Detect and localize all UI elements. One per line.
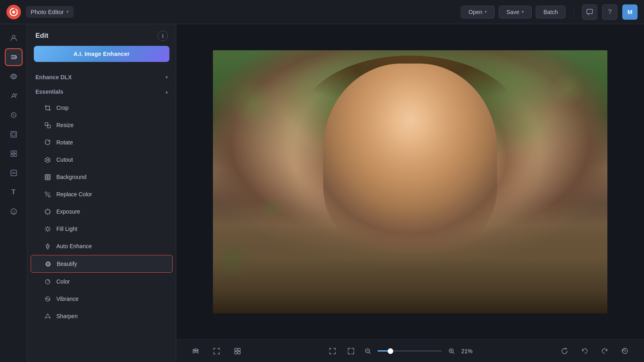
topbar: Photo Editor ▾ Open ▾ Save ▾ Batch ? M: [0, 0, 644, 24]
tool-item-sharpen[interactable]: Sharpen: [31, 308, 173, 325]
fit-button[interactable]: [344, 344, 358, 358]
canvas-tools-left: [188, 344, 245, 358]
svg-line-48: [45, 227, 46, 227]
save-button[interactable]: Save ▾: [499, 6, 532, 19]
sidebar-item-overlays[interactable]: [5, 164, 23, 182]
svg-rect-28: [46, 175, 47, 177]
info-button[interactable]: ℹ: [157, 31, 168, 41]
text-icon: T: [11, 188, 15, 196]
sidebar-item-effects[interactable]: [5, 87, 23, 105]
batch-button[interactable]: Batch: [536, 6, 566, 19]
section-essentials-label: Essentials: [35, 88, 63, 95]
open-button[interactable]: Open ▾: [461, 6, 495, 19]
sidebar-item-retouch[interactable]: [5, 106, 23, 124]
section-essentials-chevron: ▴: [165, 89, 168, 95]
tool-vibrance-label: Vibrance: [56, 296, 78, 302]
svg-rect-30: [46, 177, 47, 179]
chat-button[interactable]: [582, 4, 597, 20]
user-avatar[interactable]: M: [622, 4, 638, 20]
ai-enhancer-button[interactable]: A.I. Image Enhancer: [34, 46, 169, 62]
background-icon: [43, 173, 52, 181]
tool-item-crop[interactable]: Crop: [31, 99, 173, 116]
refresh-button[interactable]: [557, 344, 572, 358]
tool-rotate-label: Rotate: [56, 139, 73, 146]
sidebar-item-edit[interactable]: [5, 48, 23, 66]
svg-line-49: [49, 230, 50, 231]
svg-rect-18: [14, 154, 17, 156]
tool-color-label: Color: [56, 278, 70, 285]
question-icon: ?: [608, 8, 612, 16]
tool-replace-color-label: Replace Color: [56, 191, 92, 197]
svg-rect-14: [12, 133, 15, 136]
svg-point-2: [12, 35, 15, 38]
svg-point-22: [14, 211, 15, 212]
sidebar-item-preview[interactable]: [5, 68, 23, 85]
app-menu-chevron: ▾: [66, 9, 69, 14]
svg-rect-29: [48, 175, 50, 177]
fill-light-icon: [43, 225, 52, 233]
tool-item-exposure[interactable]: Exposure: [31, 203, 173, 220]
bokeh-overlay: [213, 50, 607, 313]
frame-tool-button[interactable]: [209, 344, 224, 358]
tool-item-rotate[interactable]: Rotate: [31, 134, 173, 151]
history-button[interactable]: [617, 344, 632, 358]
zoom-controls: 21%: [325, 344, 477, 358]
svg-rect-1: [587, 9, 592, 14]
sidebar-item-people[interactable]: [5, 29, 23, 47]
tool-panel-header: Edit ℹ: [27, 24, 176, 46]
sharpen-icon: [43, 312, 52, 320]
color-icon: [43, 278, 52, 286]
app-title-label: Photo Editor: [31, 8, 64, 15]
redo-button[interactable]: [597, 344, 612, 358]
tool-panel: Edit ℹ A.I. Image Enhancer Enhance DLX ▾…: [27, 24, 176, 362]
sidebar-item-frames[interactable]: [5, 125, 23, 143]
tool-auto-enhance-label: Auto Enhance: [56, 243, 92, 249]
tool-item-vibrance[interactable]: Vibrance: [31, 290, 173, 307]
tool-item-resize[interactable]: Resize: [31, 117, 173, 134]
svg-rect-17: [11, 154, 13, 156]
zoom-slider-thumb[interactable]: [388, 348, 393, 354]
save-label: Save: [506, 9, 519, 15]
svg-point-32: [45, 192, 47, 194]
svg-point-55: [47, 263, 49, 265]
zoom-out-button[interactable]: [362, 346, 374, 357]
vibrance-icon: [43, 295, 52, 303]
resize-icon: [43, 121, 52, 129]
tool-item-background[interactable]: Background: [31, 169, 173, 185]
sidebar-item-objects[interactable]: [5, 145, 23, 162]
sidebar-item-stickers[interactable]: [5, 203, 23, 220]
auto-enhance-icon: [43, 242, 52, 250]
fullscreen-button[interactable]: [325, 344, 340, 358]
rotate-icon: [43, 138, 52, 146]
layers-tool-button[interactable]: [188, 344, 203, 358]
zoom-slider[interactable]: [378, 350, 442, 352]
grid-tool-button[interactable]: [230, 344, 245, 358]
tool-resize-label: Resize: [56, 122, 74, 128]
svg-rect-16: [14, 151, 17, 153]
app-menu-button[interactable]: Photo Editor ▾: [26, 6, 74, 18]
help-button[interactable]: ?: [602, 4, 617, 20]
undo-button[interactable]: [577, 344, 592, 358]
main-area: T Edit ℹ A.I. Image Enhancer Enhance DLX…: [0, 24, 644, 362]
tool-exposure-label: Exposure: [56, 208, 80, 215]
section-essentials[interactable]: Essentials ▴: [27, 84, 176, 99]
tool-item-replace-color[interactable]: Replace Color: [31, 186, 173, 203]
zoom-slider-track: [378, 350, 442, 352]
open-label: Open: [469, 9, 482, 15]
svg-point-10: [15, 94, 17, 95]
canvas-area: 21%: [176, 24, 644, 362]
section-enhance-dlx[interactable]: Enhance DLX ▾: [27, 70, 176, 84]
tool-item-fill-light[interactable]: Fill Light: [31, 220, 173, 237]
face-overlay: [331, 71, 489, 216]
tool-item-color[interactable]: Color: [31, 273, 173, 290]
zoom-in-button[interactable]: [446, 346, 457, 357]
tool-panel-title: Edit: [35, 32, 48, 40]
save-chevron: ▾: [522, 9, 524, 14]
sidebar-item-text[interactable]: T: [5, 183, 23, 201]
tool-item-beautify[interactable]: Beautify: [31, 255, 173, 273]
tool-item-auto-enhance[interactable]: Auto Enhance: [31, 238, 173, 255]
crop-icon: [43, 104, 52, 112]
exposure-icon: [43, 208, 52, 216]
tool-beautify-label: Beautify: [57, 261, 77, 267]
tool-item-cutout[interactable]: Cutout: [31, 151, 173, 168]
